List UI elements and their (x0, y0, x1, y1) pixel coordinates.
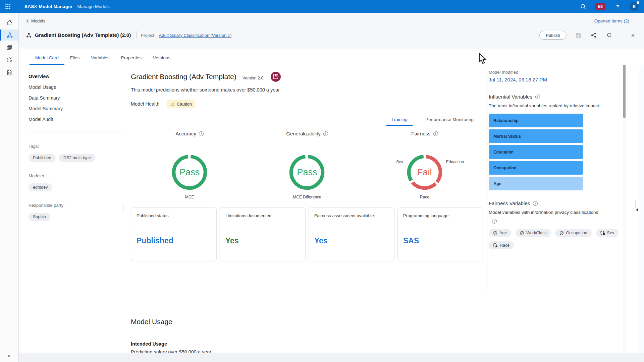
model-card-header: Gradient Boosting (Adv Template) Version… (131, 72, 483, 82)
search-icon (580, 4, 586, 10)
publish-button[interactable]: Publish (539, 31, 567, 40)
help-icon: ? (616, 4, 619, 9)
divider (621, 31, 621, 39)
splitter-drag-handle[interactable] (635, 200, 636, 207)
fairness-pill-occupation[interactable]: Occupation (555, 229, 591, 237)
save-button[interactable] (575, 32, 582, 39)
accuracy-metric-label: MCE (185, 195, 194, 199)
info-icon[interactable]: i (433, 131, 438, 136)
section-divider (131, 294, 614, 294)
model-modified-value[interactable]: Jul 11, 2024, 03:18:27 PM (489, 77, 622, 82)
help-button[interactable]: ? (613, 3, 622, 11)
card-label: Fairness assessment available: (314, 213, 389, 218)
sidebar-item-model-audit[interactable]: Model Audit (29, 114, 119, 125)
scrollbar-thumb[interactable] (623, 64, 626, 118)
expand-icon: » (8, 353, 10, 358)
share-button[interactable] (590, 32, 597, 39)
influential-bar: Age (489, 177, 583, 190)
tab-versions[interactable]: Versions (147, 55, 176, 65)
rail-lineage-button[interactable] (0, 54, 18, 65)
info-icon[interactable]: i (199, 131, 204, 136)
fairness-pill-workclass[interactable]: WorkClass (516, 229, 551, 237)
fairness-pill-sex[interactable]: Sex (596, 229, 619, 237)
breadcrumb-label: Models (31, 18, 45, 23)
gauges-row: Accuracy i Pass MCE Generalizability i (131, 131, 483, 199)
project-link[interactable]: Adult Salary Classification (Version 1) (159, 33, 232, 38)
responsible-list: Sophia (29, 213, 119, 221)
app-bar-actions: 58 ? E (579, 2, 644, 11)
sidebar-item-model-summary[interactable]: Model Summary (29, 103, 119, 114)
tags-label: Tags: (29, 144, 119, 149)
app-window: SAS® Model Manager - Manage Models 58 ? … (0, 0, 644, 362)
tab-files[interactable]: Files (64, 55, 86, 65)
fairness-pill-label: WorkClass (526, 231, 546, 235)
shield-lock-icon (493, 243, 498, 248)
fairness-pill-age[interactable]: Age (489, 229, 511, 237)
rail-expand-button[interactable]: » (0, 351, 18, 360)
fairness-metric-label: Race (420, 195, 429, 199)
card-limitations-documented: Limitations documented: Yes (220, 207, 306, 261)
fairness-pill-label: Occupation (566, 231, 587, 235)
card-label: Programming language: (403, 213, 478, 218)
fairness-pill-label: Race (500, 243, 509, 248)
project-label: Project: (141, 33, 156, 38)
opened-items-link[interactable]: Opened items (2) (594, 18, 629, 23)
influential-bar: Occupation (489, 161, 583, 175)
champion-badge (271, 72, 281, 82)
close-button[interactable]: × (629, 32, 637, 39)
health-status-text: Caution (177, 102, 192, 107)
breadcrumb-row: Models Opened items (2) (19, 13, 644, 26)
rail-tasks-button[interactable] (0, 67, 18, 78)
subtab-performance-monitoring[interactable]: Performance Monitoring (420, 117, 479, 126)
tab-model-card[interactable]: Model Card (30, 55, 64, 65)
responsible-pill[interactable]: Sophia (29, 213, 50, 221)
refresh-button[interactable] (605, 32, 613, 39)
info-icon[interactable]: i (323, 131, 328, 136)
modeler-pill[interactable]: edmdev (29, 183, 52, 191)
sidebar-divider (27, 132, 126, 132)
save-icon (575, 32, 582, 39)
tab-properties[interactable]: Properties (115, 55, 148, 65)
breadcrumb[interactable]: Models (26, 18, 45, 23)
left-icon-rail: » (0, 13, 19, 362)
intended-usage-heading: Intended Usage (131, 341, 466, 347)
gauge-title-row: Generalizability i (286, 131, 328, 136)
sidebar-item-model-usage[interactable]: Model Usage (29, 82, 119, 93)
fairness-pill-race[interactable]: Race (489, 241, 514, 249)
generalizability-metric-label: MCE Difference (293, 195, 321, 199)
info-icon[interactable]: i (533, 201, 538, 206)
page-title: Gradient Boosting (Adv Template) (2.0) (35, 32, 131, 38)
tab-variables[interactable]: Variables (85, 55, 115, 65)
notification-badge[interactable]: 58 (595, 3, 605, 10)
generalizability-ring: Pass (288, 154, 325, 191)
warning-icon: ⚠ (171, 102, 175, 107)
metrics-subtabs: Training Performance Monitoring (131, 117, 483, 126)
rail-home-button[interactable] (0, 17, 18, 28)
sidebar-item-overview[interactable]: Overview (29, 71, 119, 82)
collapsed-right-panel[interactable] (640, 65, 644, 353)
info-icon[interactable]: i (492, 219, 497, 224)
tag-pill[interactable]: DS2 multi-type (59, 154, 95, 162)
model-health-label: Model Health (131, 101, 159, 107)
tag-pill[interactable]: Published (29, 154, 56, 162)
info-icon[interactable]: i (535, 95, 540, 99)
search-button[interactable] (579, 3, 587, 11)
fairness-variables-title-row: Fairness Variables i (489, 200, 622, 206)
rail-projects-button[interactable] (0, 42, 18, 53)
home-icon (6, 19, 13, 26)
waffle-icon (5, 4, 11, 9)
app-launcher-button[interactable] (0, 0, 15, 13)
panel-collapse-arrow-icon[interactable] (636, 208, 638, 211)
shield-slash-icon (493, 231, 497, 235)
app-name: - Manage Models (74, 4, 109, 9)
user-avatar[interactable]: E (630, 2, 639, 11)
sidebar-item-data-summary[interactable]: Data Summary (29, 93, 119, 103)
app-bar: SAS® Model Manager - Manage Models 58 ? … (0, 0, 644, 13)
subtab-training[interactable]: Training (386, 117, 413, 126)
fairness-pill-label: Age (499, 231, 507, 235)
fairness-variables-subtitle: Model variables with information privacy… (489, 210, 622, 215)
title-actions: Publish (539, 31, 637, 40)
gauge-fairness: Fairness i Sex Education Fail Race (366, 131, 483, 199)
lineage-icon (6, 57, 13, 63)
rail-models-button[interactable] (0, 29, 18, 41)
